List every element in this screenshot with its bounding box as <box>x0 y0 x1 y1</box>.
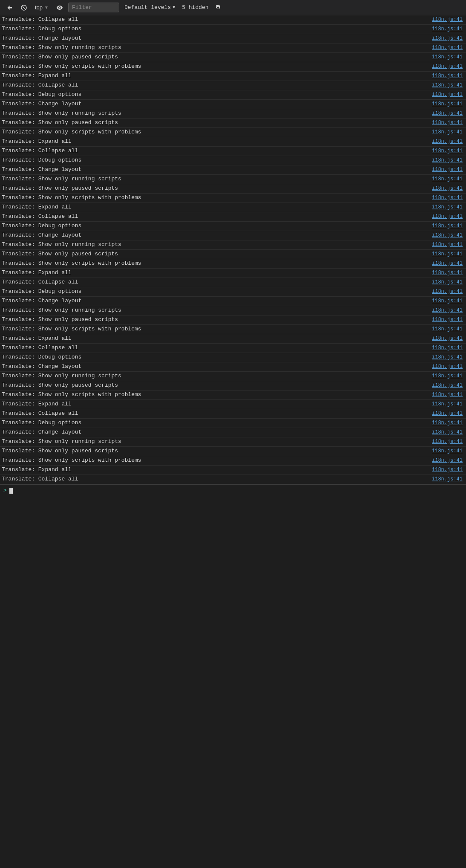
table-row: Translate: Show only paused scriptsi18n.… <box>0 119 466 128</box>
entry-message: Translate: Collapse all <box>2 213 429 220</box>
entry-source-link[interactable]: i18n.js:41 <box>432 167 463 173</box>
entry-source-link[interactable]: i18n.js:41 <box>432 260 463 266</box>
entry-source-link[interactable]: i18n.js:41 <box>432 420 463 426</box>
entry-source-link[interactable]: i18n.js:41 <box>432 92 463 98</box>
entry-source-link[interactable]: i18n.js:41 <box>432 382 463 388</box>
table-row: Translate: Show only scripts with proble… <box>0 325 466 334</box>
table-row: Translate: Change layouti18n.js:41 <box>0 362 466 372</box>
entry-message: Translate: Expand all <box>2 335 429 341</box>
table-row: Translate: Collapse alli18n.js:41 <box>0 344 466 353</box>
entry-source-link[interactable]: i18n.js:41 <box>432 411 463 417</box>
entry-source-link[interactable]: i18n.js:41 <box>432 401 463 407</box>
entry-source-link[interactable]: i18n.js:41 <box>432 110 463 116</box>
entry-source-link[interactable]: i18n.js:41 <box>432 392 463 398</box>
entry-source-link[interactable]: i18n.js:41 <box>432 82 463 88</box>
filter-input[interactable] <box>68 3 119 12</box>
entry-source-link[interactable]: i18n.js:41 <box>432 195 463 201</box>
table-row: Translate: Show only running scriptsi18n… <box>0 109 466 119</box>
table-row: Translate: Expand alli18n.js:41 <box>0 334 466 344</box>
entry-source-link[interactable]: i18n.js:41 <box>432 476 463 482</box>
entry-source-link[interactable]: i18n.js:41 <box>432 326 463 332</box>
entry-message: Translate: Show only running scripts <box>2 176 429 182</box>
table-row: Translate: Show only running scriptsi18n… <box>0 43 466 53</box>
navigate-back-button[interactable] <box>3 3 15 13</box>
entry-source-link[interactable]: i18n.js:41 <box>432 345 463 351</box>
log-levels-button[interactable]: Default levels ▼ <box>122 3 178 12</box>
entry-source-link[interactable]: i18n.js:41 <box>432 467 463 473</box>
levels-dropdown-icon: ▼ <box>173 5 175 10</box>
entry-message: Translate: Show only running scripts <box>2 307 429 313</box>
entry-source-link[interactable]: i18n.js:41 <box>432 35 463 41</box>
entry-source-link[interactable]: i18n.js:41 <box>432 307 463 313</box>
entry-source-link[interactable]: i18n.js:41 <box>432 429 463 435</box>
entry-source-link[interactable]: i18n.js:41 <box>432 17 463 23</box>
entry-source-link[interactable]: i18n.js:41 <box>432 148 463 154</box>
entry-message: Translate: Show only paused scripts <box>2 119 429 126</box>
clear-icon <box>20 4 27 11</box>
entry-source-link[interactable]: i18n.js:41 <box>432 45 463 51</box>
table-row: Translate: Change layouti18n.js:41 <box>0 428 466 437</box>
entry-source-link[interactable]: i18n.js:41 <box>432 157 463 163</box>
show-live-expressions-button[interactable] <box>54 3 66 13</box>
entry-source-link[interactable]: i18n.js:41 <box>432 336 463 341</box>
entry-message: Translate: Show only scripts with proble… <box>2 457 429 463</box>
entry-source-link[interactable]: i18n.js:41 <box>432 204 463 210</box>
context-selector[interactable]: top ▼ <box>32 3 51 12</box>
entry-source-link[interactable]: i18n.js:41 <box>432 54 463 60</box>
entry-message: Translate: Expand all <box>2 138 429 145</box>
entry-message: Translate: Debug options <box>2 223 429 229</box>
console-cursor <box>9 488 13 494</box>
entry-source-link[interactable]: i18n.js:41 <box>432 251 463 257</box>
entry-source-link[interactable]: i18n.js:41 <box>432 214 463 220</box>
entry-source-link[interactable]: i18n.js:41 <box>432 457 463 463</box>
clear-console-button[interactable] <box>18 3 30 13</box>
entry-message: Translate: Collapse all <box>2 344 429 351</box>
entry-source-link[interactable]: i18n.js:41 <box>432 129 463 135</box>
entry-message: Translate: Expand all <box>2 72 429 79</box>
entry-source-link[interactable]: i18n.js:41 <box>432 270 463 276</box>
entry-source-link[interactable]: i18n.js:41 <box>432 448 463 454</box>
gear-icon <box>215 4 221 11</box>
entry-source-link[interactable]: i18n.js:41 <box>432 120 463 126</box>
table-row: Translate: Debug optionsi18n.js:41 <box>0 25 466 34</box>
table-row: Translate: Expand alli18n.js:41 <box>0 203 466 212</box>
entry-source-link[interactable]: i18n.js:41 <box>432 232 463 238</box>
entry-source-link[interactable]: i18n.js:41 <box>432 298 463 304</box>
entry-message: Translate: Expand all <box>2 466 429 473</box>
dropdown-arrow-icon: ▼ <box>44 5 49 10</box>
table-row: Translate: Show only running scriptsi18n… <box>0 437 466 447</box>
entry-source-link[interactable]: i18n.js:41 <box>432 279 463 285</box>
entry-source-link[interactable]: i18n.js:41 <box>432 139 463 145</box>
entry-source-link[interactable]: i18n.js:41 <box>432 26 463 32</box>
hidden-count-badge: 5 hidden <box>180 3 210 12</box>
entry-source-link[interactable]: i18n.js:41 <box>432 242 463 248</box>
entry-message: Translate: Collapse all <box>2 148 429 154</box>
entry-source-link[interactable]: i18n.js:41 <box>432 64 463 69</box>
table-row: Translate: Show only scripts with proble… <box>0 194 466 203</box>
table-row: Translate: Show only running scriptsi18n… <box>0 372 466 381</box>
entry-source-link[interactable]: i18n.js:41 <box>432 364 463 370</box>
svg-line-1 <box>23 6 25 9</box>
entry-source-link[interactable]: i18n.js:41 <box>432 317 463 323</box>
table-row: Translate: Show only running scriptsi18n… <box>0 306 466 315</box>
entry-message: Translate: Change layout <box>2 429 429 435</box>
navigate-back-icon <box>6 4 13 11</box>
entry-source-link[interactable]: i18n.js:41 <box>432 373 463 379</box>
entry-source-link[interactable]: i18n.js:41 <box>432 185 463 191</box>
entry-source-link[interactable]: i18n.js:41 <box>432 101 463 107</box>
entry-source-link[interactable]: i18n.js:41 <box>432 223 463 229</box>
table-row: Translate: Debug optionsi18n.js:41 <box>0 419 466 428</box>
settings-button[interactable] <box>213 3 223 13</box>
entry-source-link[interactable]: i18n.js:41 <box>432 354 463 360</box>
context-name: top <box>35 4 43 11</box>
entry-source-link[interactable]: i18n.js:41 <box>432 289 463 295</box>
entry-message: Translate: Expand all <box>2 269 429 276</box>
entry-message: Translate: Show only paused scripts <box>2 251 429 257</box>
entry-message: Translate: Change layout <box>2 166 429 173</box>
entry-message: Translate: Show only running scripts <box>2 44 429 51</box>
entry-source-link[interactable]: i18n.js:41 <box>432 176 463 182</box>
entry-source-link[interactable]: i18n.js:41 <box>432 439 463 445</box>
entry-source-link[interactable]: i18n.js:41 <box>432 73 463 79</box>
entry-message: Translate: Show only scripts with proble… <box>2 391 429 398</box>
table-row: Translate: Show only paused scriptsi18n.… <box>0 315 466 325</box>
